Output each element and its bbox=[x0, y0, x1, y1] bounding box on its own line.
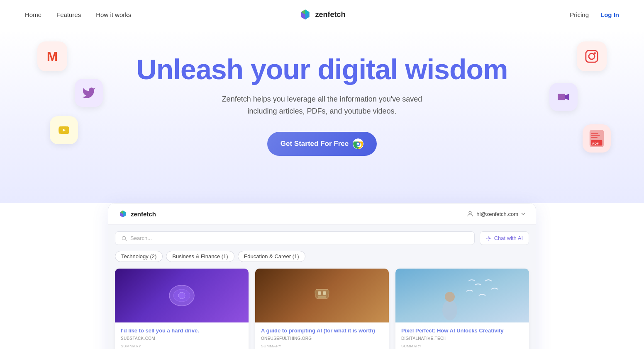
zenfetch-logo-icon bbox=[298, 8, 312, 21]
user-avatar-icon bbox=[466, 210, 474, 218]
nav-pricing[interactable]: Pricing bbox=[570, 11, 589, 18]
instagram-camera bbox=[585, 49, 599, 63]
card-image-2 bbox=[255, 269, 389, 322]
chat-ai-button[interactable]: Chat with AI bbox=[480, 231, 529, 245]
svg-point-28 bbox=[488, 238, 490, 239]
svg-rect-41 bbox=[328, 291, 329, 294]
app-logo-icon bbox=[118, 209, 127, 218]
filter-tags: Technology (2) Business & Finance (1) Ed… bbox=[115, 251, 529, 262]
app-preview-wrapper: zenfetch hi@zenfetch.com bbox=[0, 203, 644, 349]
pdf-file: PDF bbox=[589, 130, 604, 147]
chat-ai-label: Chat with AI bbox=[494, 235, 523, 241]
search-placeholder-text: Search... bbox=[130, 235, 152, 241]
medium-letter: M bbox=[47, 49, 58, 64]
brain-illustration bbox=[165, 281, 198, 310]
float-youtube-icon bbox=[50, 116, 78, 144]
navbar: Home Features How it works zenfetch Pric… bbox=[0, 0, 644, 29]
search-icon bbox=[121, 235, 127, 241]
card-source-3: DIGITALNATIVE.TECH bbox=[401, 336, 523, 341]
app-user-email: hi@zenfetch.com bbox=[476, 211, 518, 217]
nav-left: Home Features How it works bbox=[25, 11, 131, 18]
twitter-bird bbox=[82, 86, 96, 100]
nav-brand-text: zenfetch bbox=[315, 10, 345, 19]
svg-rect-15 bbox=[591, 135, 600, 136]
svg-point-43 bbox=[445, 292, 455, 302]
cta-button[interactable]: Get Started For Free bbox=[267, 132, 377, 156]
search-row: Search... Chat with AI bbox=[115, 231, 529, 245]
svg-rect-16 bbox=[591, 137, 598, 138]
nav-logo[interactable]: zenfetch bbox=[298, 8, 345, 21]
svg-point-26 bbox=[122, 236, 125, 240]
article-card-2: A guide to prompting AI (for what it is … bbox=[255, 269, 389, 349]
zoom-logo bbox=[556, 91, 571, 103]
card-image-1 bbox=[115, 269, 249, 322]
card-source-1: SUBSTACK.COM bbox=[121, 336, 243, 341]
article-card-1: I'd like to sell you a hard drive. SUBST… bbox=[115, 269, 249, 349]
card-body-1: I'd like to sell you a hard drive. SUBST… bbox=[115, 322, 249, 349]
nav-home[interactable]: Home bbox=[25, 11, 41, 18]
card-body-3: Pixel Perfect: How AI Unlocks Creativity… bbox=[395, 322, 529, 349]
search-bar[interactable]: Search... bbox=[115, 231, 475, 245]
svg-rect-37 bbox=[318, 291, 321, 295]
float-instagram-icon bbox=[577, 41, 607, 71]
float-zoom-icon bbox=[549, 83, 578, 111]
cta-label: Get Started For Free bbox=[281, 140, 349, 148]
nav-features[interactable]: Features bbox=[56, 11, 81, 18]
card-image-3 bbox=[395, 269, 529, 322]
card-summary-label-1: SUMMARY bbox=[121, 344, 243, 348]
nav-how-it-works[interactable]: How it works bbox=[96, 11, 131, 18]
svg-rect-5 bbox=[586, 51, 598, 62]
float-pdf-icon: PDF bbox=[583, 124, 611, 153]
float-medium-icon: M bbox=[37, 41, 67, 71]
article-card-3: Pixel Perfect: How AI Unlocks Creativity… bbox=[395, 269, 529, 349]
app-topbar: zenfetch hi@zenfetch.com bbox=[108, 204, 536, 225]
app-preview: zenfetch hi@zenfetch.com bbox=[108, 203, 536, 349]
card-body-2: A guide to prompting AI (for what it is … bbox=[255, 322, 389, 349]
svg-point-20 bbox=[357, 143, 359, 145]
card-title-1: I'd like to sell you a hard drive. bbox=[121, 327, 243, 334]
svg-text:PDF: PDF bbox=[593, 142, 599, 145]
robot-illustration bbox=[305, 279, 339, 312]
svg-rect-39 bbox=[318, 296, 326, 298]
article-cards: I'd like to sell you a hard drive. SUBST… bbox=[115, 269, 529, 349]
svg-rect-14 bbox=[591, 133, 598, 134]
nav-login[interactable]: Log In bbox=[600, 11, 619, 18]
nav-right: Pricing Log In bbox=[570, 11, 619, 18]
card-source-2: ONEUSEFULTHING.ORG bbox=[261, 336, 383, 341]
float-twitter-icon bbox=[75, 79, 103, 107]
svg-rect-9 bbox=[558, 94, 565, 100]
svg-line-27 bbox=[125, 239, 127, 240]
svg-rect-40 bbox=[315, 291, 316, 294]
app-body: Search... Chat with AI Technology (2) bbox=[108, 225, 536, 349]
svg-rect-38 bbox=[323, 291, 326, 295]
app-user-menu[interactable]: hi@zenfetch.com bbox=[466, 210, 526, 218]
svg-point-6 bbox=[589, 53, 595, 59]
tag-education[interactable]: Education & Career (1) bbox=[238, 251, 305, 262]
hero-section: M PDF bbox=[0, 29, 644, 203]
tag-business[interactable]: Business & Finance (1) bbox=[166, 251, 234, 262]
svg-point-25 bbox=[469, 211, 471, 214]
svg-point-7 bbox=[594, 52, 596, 54]
birds-illustration bbox=[395, 269, 529, 322]
tag-technology[interactable]: Technology (2) bbox=[115, 251, 163, 262]
youtube-play bbox=[57, 124, 71, 136]
card-title-2: A guide to prompting AI (for what it is … bbox=[261, 327, 383, 334]
card-summary-label-3: SUMMARY bbox=[401, 344, 523, 348]
app-brand-text: zenfetch bbox=[131, 211, 156, 218]
sparkle-icon bbox=[486, 235, 492, 241]
card-summary-label-2: SUMMARY bbox=[261, 344, 383, 348]
app-logo: zenfetch bbox=[118, 209, 156, 218]
chrome-icon bbox=[353, 138, 363, 149]
chevron-down-icon bbox=[521, 211, 526, 216]
card-title-3: Pixel Perfect: How AI Unlocks Creativity bbox=[401, 327, 523, 334]
svg-point-42 bbox=[442, 300, 457, 320]
svg-point-35 bbox=[178, 292, 185, 299]
